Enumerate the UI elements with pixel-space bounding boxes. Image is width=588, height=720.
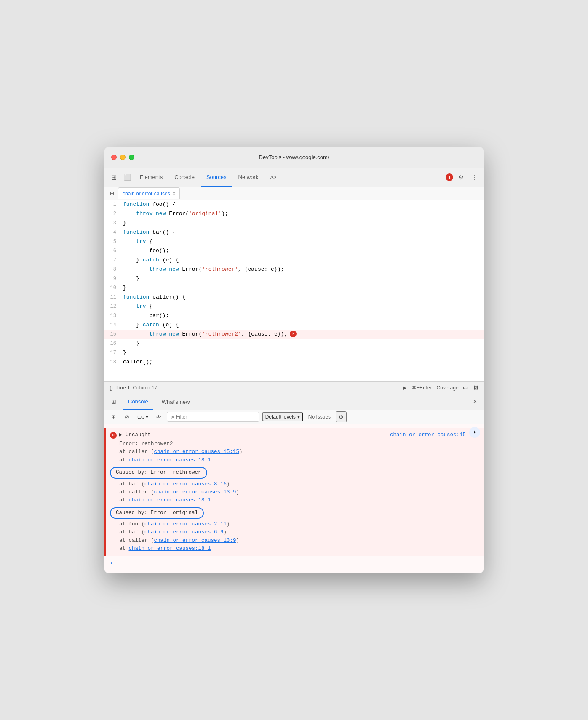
code-line-18: 18 caller(); <box>104 358 484 367</box>
devtools-header: ⊞ ⬜ Elements Console Sources Network >> … <box>104 168 484 187</box>
caused-by-2-label: Caused by: Error: original <box>110 507 204 519</box>
context-label: top <box>137 414 144 420</box>
tab-console-main[interactable]: Console <box>123 394 153 410</box>
coverage-label: Coverage: n/a <box>437 385 468 391</box>
code-line-9: 9 } <box>104 275 484 284</box>
tab-console[interactable]: Console <box>169 168 200 187</box>
caused-by-1-container: Caused by: Error: rethrower <box>110 464 478 480</box>
caused-by-1-link-3[interactable]: chain or error causes:18:1 <box>129 497 211 503</box>
code-line-17: 17 } <box>104 349 484 358</box>
code-line-4: 4 function bar() { <box>104 228 484 237</box>
filter-icon: ⊳ <box>171 414 174 420</box>
console-toolbar: ⊞ ⊘ top ▾ 👁 ⊳ Default levels ▾ No Issues… <box>104 410 484 424</box>
code-line-5: 5 try { <box>104 237 484 247</box>
caused-by-2-stack-4: at chain or error causes:18:1 <box>110 545 478 553</box>
filter-input[interactable] <box>176 414 256 420</box>
dropdown-arrow-icon: ▾ <box>146 414 148 420</box>
caused-by-2-stack-1: at foo (chain or error causes:2:11) <box>110 520 478 528</box>
console-prompt: › <box>104 556 484 571</box>
error-block: ✕ ▶ Uncaught chain or error causes:15 Er… <box>104 428 484 556</box>
ai-assistance-button[interactable]: ✦ <box>469 427 480 438</box>
caused-by-2-stack-3: at caller (chain or error causes:13:9) <box>110 537 478 545</box>
stack-line-2: at chain or error causes:18:1 <box>110 456 478 464</box>
error-count-badge: 1 <box>446 173 453 181</box>
console-header: ⊞ Console What's new × <box>104 394 484 410</box>
code-line-15: 15 throw new Error('rethrower2', {cause:… <box>104 330 484 339</box>
stack-link-1[interactable]: chain or error causes:15:15 <box>154 449 240 455</box>
caused-by-1-stack-3: at chain or error causes:18:1 <box>110 496 478 504</box>
sidebar-toggle-button[interactable]: ⊞ <box>108 411 119 422</box>
clear-console-button[interactable]: ⊘ <box>121 411 132 422</box>
error-marker-icon: ✕ <box>290 331 297 337</box>
minimize-button[interactable] <box>120 155 126 160</box>
tab-whats-new[interactable]: What's new <box>157 394 195 410</box>
error-message: Error: rethrower2 <box>110 440 478 448</box>
device-toggle-button[interactable]: ⬜ <box>121 171 133 183</box>
code-line-6: 6 foo(); <box>104 247 484 256</box>
title-bar: DevTools - www.google.com/ <box>104 147 484 168</box>
code-line-11: 11 function caller() { <box>104 293 484 302</box>
tab-more[interactable]: >> <box>265 168 281 187</box>
devtools-window: DevTools - www.google.com/ ⊞ ⬜ Elements … <box>104 147 484 574</box>
filter-area: ⊳ <box>167 412 259 422</box>
stack-link-2[interactable]: chain or error causes:18:1 <box>129 457 211 463</box>
live-expressions-button[interactable]: 👁 <box>153 411 164 422</box>
error-badge-button[interactable]: 1 <box>446 173 453 181</box>
code-line-12: 12 try { <box>104 302 484 312</box>
console-panel-icon[interactable]: ⊞ <box>108 396 120 408</box>
caused-by-1-link-1[interactable]: chain or error causes:8:15 <box>144 481 227 487</box>
maximize-button[interactable] <box>129 155 134 160</box>
traffic-lights <box>111 155 134 160</box>
pretty-print-icon[interactable]: {} <box>110 385 113 391</box>
code-line-16: 16 } <box>104 339 484 349</box>
more-options-button[interactable]: ⋮ <box>468 171 480 183</box>
code-line-2: 2 throw new Error('original'); <box>104 210 484 219</box>
tab-elements[interactable]: Elements <box>135 168 168 187</box>
file-tab-bar: ⊞ chain or error causes × <box>104 187 484 200</box>
context-selector[interactable]: top ▾ <box>135 413 151 421</box>
status-bar-right: ▶ ⌘+Enter Coverage: n/a 🖼 <box>403 385 478 391</box>
caused-by-1-stack-2: at caller (chain or error causes:13:9) <box>110 488 478 496</box>
log-levels-label: Default levels <box>265 414 296 420</box>
error-icon: ✕ <box>110 432 117 439</box>
code-line-8: 8 throw new Error('rethrower', {cause: e… <box>104 265 484 275</box>
caused-by-1-link-2[interactable]: chain or error causes:13:9 <box>154 489 236 495</box>
screenshot-icon[interactable]: 🖼 <box>473 385 478 391</box>
file-tab-close-button[interactable]: × <box>173 191 175 196</box>
file-tab-chain-or-error-causes[interactable]: chain or error causes × <box>118 187 180 199</box>
code-line-1: 1 function foo() { <box>104 200 484 210</box>
file-link-main[interactable]: chain or error causes:15 <box>390 431 466 439</box>
run-icon[interactable]: ▶ <box>403 385 406 391</box>
code-line-7: 7 } catch (e) { <box>104 256 484 265</box>
settings-button[interactable]: ⚙ <box>455 171 467 183</box>
levels-arrow-icon: ▾ <box>297 414 300 420</box>
tab-network[interactable]: Network <box>233 168 264 187</box>
console-section: ⊞ Console What's new × ⊞ ⊘ top ▾ 👁 ⊳ Def… <box>104 394 484 574</box>
cursor-position: Line 1, Column 17 <box>116 385 157 391</box>
console-output: ✕ ▶ Uncaught chain or error causes:15 Er… <box>104 424 484 574</box>
panel-toggle-icon[interactable]: ⊞ <box>108 189 116 197</box>
caused-by-2-container: Caused by: Error: original <box>110 505 478 520</box>
code-line-3: 3 } <box>104 219 484 228</box>
no-issues-label: No Issues <box>306 413 333 421</box>
status-bar: {} Line 1, Column 17 ▶ ⌘+Enter Coverage:… <box>104 381 484 394</box>
caused-by-2-link-3[interactable]: chain or error causes:13:9 <box>154 538 236 544</box>
caused-by-2-link-2[interactable]: chain or error causes:6:9 <box>144 529 224 535</box>
caused-by-1-label: Caused by: Error: rethrower <box>110 467 207 478</box>
code-editor: 1 function foo() { 2 throw new Error('or… <box>104 200 484 381</box>
console-settings-button[interactable]: ⚙ <box>336 411 347 422</box>
caused-by-2-stack-2: at bar (chain or error causes:6:9) <box>110 528 478 536</box>
caused-by-1-stack-1: at bar (chain or error causes:8:15) <box>110 480 478 488</box>
stack-line-1: at caller (chain or error causes:15:15) <box>110 448 478 456</box>
code-line-14: 14 } catch (e) { <box>104 321 484 330</box>
caused-by-2-link-4[interactable]: chain or error causes:18:1 <box>129 546 211 552</box>
inspect-element-button[interactable]: ⊞ <box>108 171 120 183</box>
code-line-13: 13 bar(); <box>104 312 484 321</box>
uncaught-label[interactable]: ▶ Uncaught <box>119 432 151 438</box>
prompt-arrow-icon: › <box>110 559 113 568</box>
tab-sources[interactable]: Sources <box>201 168 232 187</box>
caused-by-2-link-1[interactable]: chain or error causes:2:11 <box>144 521 227 527</box>
close-button[interactable] <box>111 155 117 160</box>
console-close-button[interactable]: × <box>470 397 480 407</box>
log-levels-button[interactable]: Default levels ▾ <box>262 412 303 421</box>
